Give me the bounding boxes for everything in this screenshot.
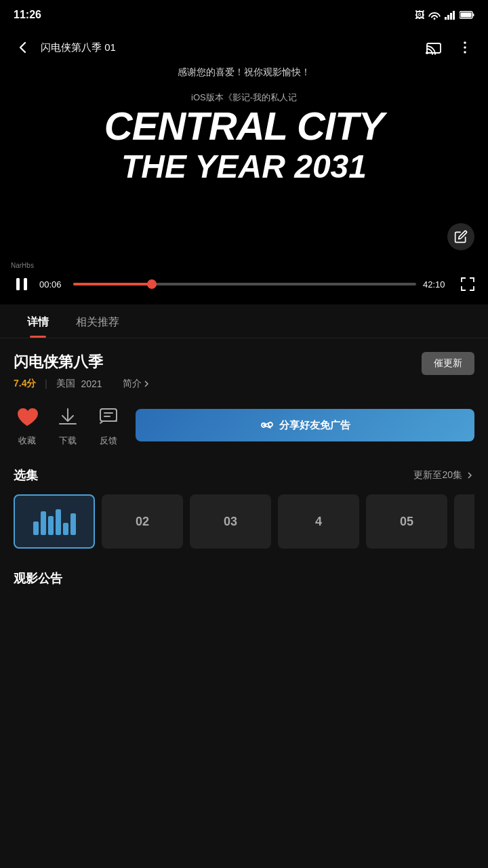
actions-row: 收藏 下载 反馈: [14, 403, 474, 447]
content-area: 闪电侠第八季 7.4分 ｜ 美国 2021 简介 催更新: [0, 338, 488, 607]
episode-item-03[interactable]: 03: [190, 494, 271, 549]
fullscreen-button[interactable]: [458, 275, 477, 294]
back-button[interactable]: [11, 35, 35, 60]
show-title: 闪电侠第八季: [14, 352, 151, 372]
svg-point-10: [464, 46, 466, 49]
signal-icon: [445, 10, 455, 20]
progress-fill: [73, 283, 152, 285]
meta-divider-1: ｜: [41, 378, 51, 390]
current-time: 00:06: [39, 279, 66, 290]
video-title-header: 闪电侠第八季 01: [41, 41, 422, 54]
show-meta: 7.4分 ｜ 美国 2021 简介: [14, 378, 151, 390]
image-icon: 🖼: [415, 9, 424, 20]
meta-divider-2: [108, 378, 117, 390]
share-ad-button[interactable]: 分享好友免广告: [136, 409, 474, 441]
total-time: 42:10: [423, 279, 451, 290]
edit-button[interactable]: [447, 223, 474, 250]
status-bar: 11:26 🖼: [0, 0, 488, 30]
svg-point-8: [426, 52, 428, 54]
heart-icon: [14, 403, 41, 431]
brief-link[interactable]: 简介: [123, 378, 151, 390]
wifi-icon: [428, 10, 441, 20]
bar-4: [56, 509, 61, 535]
svg-rect-3: [453, 11, 455, 20]
show-year: 2021: [81, 378, 102, 389]
episode-section-title: 选集: [14, 467, 38, 484]
episode-item-04[interactable]: 4: [278, 494, 359, 549]
progress-bar[interactable]: [73, 283, 416, 285]
show-info-row: 闪电侠第八季 7.4分 ｜ 美国 2021 简介 催更新: [14, 352, 474, 390]
battery-icon: [460, 11, 474, 19]
video-top-overlay: 闪电侠第八季 01: [0, 30, 488, 65]
bar-3: [48, 516, 54, 535]
svg-rect-2: [450, 13, 452, 20]
video-controls: NarHbs 00:06 42:10: [0, 267, 488, 304]
show-country: 美国: [56, 378, 75, 390]
episode-bars: [33, 508, 76, 535]
progress-thumb: [147, 279, 157, 289]
show-title-block: 闪电侠第八季 7.4分 ｜ 美国 2021 简介: [14, 352, 151, 390]
svg-rect-0: [445, 17, 447, 20]
collect-label: 收藏: [18, 435, 36, 447]
episode-item-06[interactable]: 06: [454, 494, 474, 549]
status-time: 11:26: [14, 9, 41, 21]
svg-rect-7: [427, 43, 441, 53]
ios-version-text: iOS版本《影记-我的私人记: [191, 92, 297, 102]
ios-version-overlay: iOS版本《影记-我的私人记: [0, 91, 488, 104]
bar-1: [33, 521, 39, 535]
download-button[interactable]: 下载: [54, 403, 81, 447]
notification-text: 感谢您的喜爱！祝你观影愉快！: [169, 64, 319, 81]
more-button[interactable]: [453, 35, 477, 60]
bar-6: [70, 513, 76, 535]
svg-point-11: [464, 51, 466, 54]
video-player: 闪电侠第八季 01 感谢您的喜爱！祝你观影愉快！: [0, 30, 488, 304]
episode-item-01[interactable]: [14, 494, 95, 549]
cast-button[interactable]: [422, 35, 446, 60]
tab-related[interactable]: 相关推荐: [62, 304, 133, 338]
year-text: THE YEAR 2031: [0, 148, 488, 185]
header-icons: [422, 35, 477, 60]
episode-section-header: 选集 更新至20集: [14, 467, 474, 484]
feedback-icon: [95, 403, 122, 431]
central-city-text: CENTRAL CITY: [0, 104, 488, 148]
notice-title: 观影公告: [14, 570, 474, 587]
feedback-label: 反馈: [100, 435, 117, 447]
svg-point-9: [464, 41, 466, 44]
notification-overlay: 感谢您的喜爱！祝你观影愉快！: [0, 64, 488, 81]
pause-button[interactable]: [11, 273, 33, 295]
episode-item-02[interactable]: 02: [102, 494, 183, 549]
show-score: 7.4分: [14, 378, 36, 390]
notice-section: 观影公告: [14, 570, 474, 607]
narhbs-label: NarHbs: [11, 262, 34, 269]
svg-rect-6: [473, 14, 474, 16]
episode-update-info[interactable]: 更新至20集: [413, 469, 474, 481]
tab-details[interactable]: 详情: [14, 304, 62, 338]
svg-rect-13: [24, 278, 27, 290]
share-ad-label: 分享好友免广告: [279, 419, 350, 432]
download-icon: [54, 403, 81, 431]
episode-grid: 02 03 4 05 06: [14, 494, 474, 554]
bar-5: [63, 523, 68, 535]
status-icons: 🖼: [415, 9, 474, 20]
svg-rect-1: [447, 15, 449, 20]
episode-item-05[interactable]: 05: [366, 494, 447, 549]
download-label: 下载: [59, 435, 77, 447]
controls-row: 00:06 42:10: [11, 273, 477, 295]
svg-rect-14: [100, 409, 117, 421]
feedback-button[interactable]: 反馈: [95, 403, 122, 447]
update-button[interactable]: 催更新: [422, 352, 474, 375]
bar-2: [41, 511, 46, 535]
svg-rect-12: [16, 278, 20, 290]
svg-rect-5: [461, 13, 472, 18]
tabs-container: 详情 相关推荐: [0, 304, 488, 338]
video-big-title: CENTRAL CITY THE YEAR 2031: [0, 104, 488, 185]
collect-button[interactable]: 收藏: [14, 403, 41, 447]
